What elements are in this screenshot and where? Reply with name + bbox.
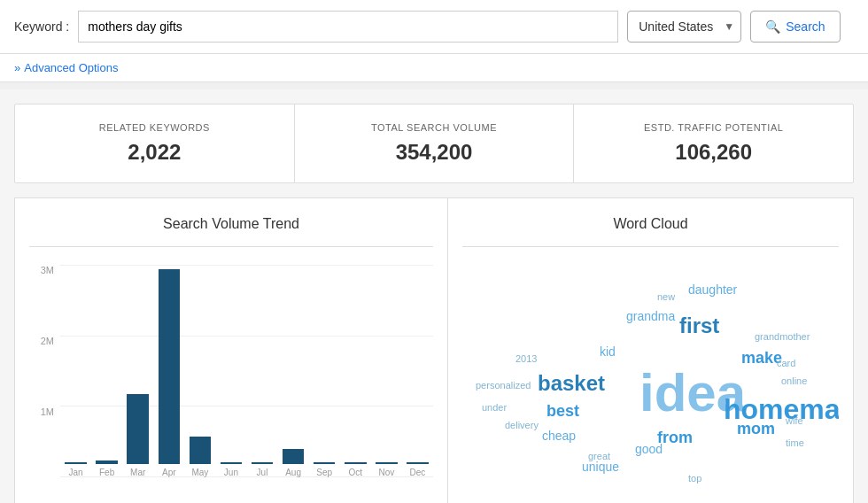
word-kid[interactable]: kid	[600, 344, 616, 359]
total-search-label: TOTAL SEARCH VOLUME	[309, 122, 560, 133]
word-grandmother[interactable]: grandmother	[755, 331, 810, 342]
search-icon: 🔍	[765, 19, 780, 34]
trend-title: Search Volume Trend	[29, 216, 433, 232]
word-wife[interactable]: wife	[786, 415, 803, 426]
word-new[interactable]: new	[657, 291, 675, 302]
word-first[interactable]: first	[679, 313, 719, 338]
trend-chart-container: 3M 2M 1M JanFebMarAprMayJunJulAugSepOctN…	[29, 265, 433, 495]
bar-label-apr: Apr	[162, 468, 176, 477]
bar-label-feb: Feb	[99, 468, 114, 477]
bar-sep	[314, 462, 336, 464]
bar-dec	[407, 462, 429, 464]
bar-col-jan: Jan	[60, 265, 91, 477]
bars-area: JanFebMarAprMayJunJulAugSepOctNovDec	[60, 265, 433, 477]
word-mom[interactable]: mom	[737, 420, 775, 438]
bar-label-jan: Jan	[68, 468, 82, 477]
bar-col-nov: Nov	[371, 265, 402, 477]
wordcloud-panel: Word Cloud ideahomemadebasketfirstbestma…	[448, 197, 854, 503]
bar-nov	[376, 462, 398, 464]
word-personalized[interactable]: personalized	[476, 380, 531, 391]
bar-label-mar: Mar	[130, 468, 145, 477]
bar-col-aug: Aug	[278, 265, 309, 477]
bar-label-may: May	[191, 468, 208, 477]
word-time[interactable]: time	[786, 437, 804, 448]
bar-aug	[283, 449, 305, 464]
bar-label-jun: Jun	[224, 468, 238, 477]
word-grandma[interactable]: grandma	[626, 309, 675, 323]
bar-feb	[96, 460, 118, 464]
bar-mar	[127, 394, 149, 464]
related-keywords-label: RELATED KEYWORDS	[29, 122, 280, 133]
traffic-label: ESTD. TRAFFIC POTENTIAL	[588, 122, 839, 133]
total-search-value: 354,200	[309, 140, 560, 165]
chevron-right-icon: »	[14, 61, 20, 74]
bar-label-dec: Dec	[410, 468, 426, 477]
keyword-label: Keyword :	[14, 19, 69, 34]
word-basket[interactable]: basket	[538, 371, 605, 396]
word-from[interactable]: from	[657, 429, 693, 447]
related-keywords-value: 2,022	[29, 140, 280, 165]
bar-jan	[65, 462, 87, 464]
traffic-potential-cell: ESTD. TRAFFIC POTENTIAL 106,260	[574, 104, 853, 182]
total-search-cell: TOTAL SEARCH VOLUME 354,200	[295, 104, 575, 182]
bar-label-aug: Aug	[285, 468, 301, 477]
bar-oct	[345, 462, 367, 464]
word-daughter[interactable]: daughter	[688, 282, 737, 297]
y-axis-labels: 3M 2M 1M	[29, 265, 54, 495]
word-cheap[interactable]: cheap	[542, 429, 576, 443]
charts-area: Search Volume Trend 3M 2M 1M JanFebMarAp…	[14, 197, 854, 503]
word-card[interactable]: card	[777, 358, 795, 368]
bar-apr	[159, 269, 181, 464]
word-unique[interactable]: unique	[582, 460, 619, 474]
bar-col-may: May	[184, 265, 215, 477]
search-button[interactable]: 🔍 Search	[750, 11, 840, 43]
wordcloud-area: ideahomemadebasketfirstbestmakemomgoodch…	[462, 265, 839, 503]
keyword-input[interactable]	[78, 11, 618, 43]
y-label-3m: 3M	[29, 265, 54, 275]
bar-col-jul: Jul	[246, 265, 277, 477]
word-under[interactable]: under	[482, 402, 507, 413]
bar-jun	[221, 462, 243, 464]
word-best[interactable]: best	[546, 402, 579, 421]
bar-col-oct: Oct	[340, 265, 371, 477]
country-select-wrapper: United States ▼	[627, 11, 741, 43]
y-label-2m: 2M	[29, 336, 54, 346]
header: Keyword : United States ▼ 🔍 Search	[0, 0, 868, 54]
bar-label-oct: Oct	[348, 468, 362, 477]
traffic-value: 106,260	[588, 140, 839, 165]
bar-may	[190, 437, 212, 464]
bar-col-apr: Apr	[153, 265, 184, 477]
bar-label-sep: Sep	[316, 468, 332, 477]
stats-row: RELATED KEYWORDS 2,022 TOTAL SEARCH VOLU…	[14, 104, 854, 183]
word-great[interactable]: great	[588, 451, 610, 461]
bar-label-jul: Jul	[257, 468, 268, 477]
country-select[interactable]: United States	[627, 11, 741, 43]
word-top[interactable]: top	[688, 473, 701, 484]
bar-col-jun: Jun	[215, 265, 246, 477]
advanced-options-bar: » Advanced Options	[0, 54, 868, 82]
bar-col-dec: Dec	[402, 265, 433, 477]
word-online[interactable]: online	[781, 375, 807, 386]
bar-label-nov: Nov	[378, 468, 394, 477]
related-keywords-cell: RELATED KEYWORDS 2,022	[15, 104, 295, 182]
bar-jul	[252, 462, 274, 464]
word-delivery[interactable]: delivery	[505, 420, 539, 430]
word-2013[interactable]: 2013	[515, 353, 537, 364]
wordcloud-title: Word Cloud	[462, 216, 839, 232]
advanced-options-label: Advanced Options	[24, 61, 118, 74]
y-label-1m: 1M	[29, 406, 54, 417]
bar-col-feb: Feb	[91, 265, 122, 477]
search-label: Search	[786, 19, 825, 34]
bar-col-sep: Sep	[309, 265, 340, 477]
trend-panel: Search Volume Trend 3M 2M 1M JanFebMarAp…	[14, 197, 448, 503]
advanced-options-link[interactable]: » Advanced Options	[14, 61, 854, 74]
bar-col-mar: Mar	[122, 265, 153, 477]
